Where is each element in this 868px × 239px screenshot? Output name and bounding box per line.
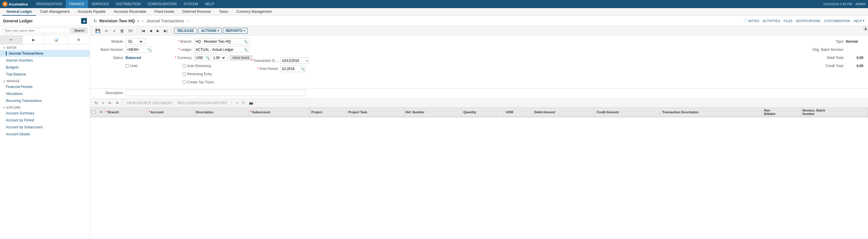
last-button[interactable]: ▶| xyxy=(162,28,169,33)
notifications-action[interactable]: NOTIFICATIONS xyxy=(796,19,820,23)
nav-organization[interactable]: ORGANIZATION xyxy=(33,0,66,8)
sidebar-item-account-details[interactable]: Account Details xyxy=(0,131,90,138)
sidebar-item-account-by-subaccount[interactable]: Account by Subaccount xyxy=(0,124,90,131)
branch-search-icon[interactable]: 🔍 xyxy=(243,40,249,43)
description-input[interactable] xyxy=(126,90,306,96)
currency-field[interactable] xyxy=(194,55,205,61)
reports-dropdown[interactable]: REPORTS ▾ xyxy=(223,28,248,34)
hold-checkbox-input[interactable] xyxy=(126,64,129,68)
sidebar-item-account-summary[interactable]: Account Summary xyxy=(0,110,90,117)
sidebar-item-journal-transactions[interactable]: Journal Transactions xyxy=(0,50,90,57)
subgrid-toolbar: ↻ + ✏ ✕ VIEW SOURCE DOCUMENT RECLASSIFIC… xyxy=(90,99,868,107)
help-action[interactable]: HELP ▾ xyxy=(854,19,865,23)
nav-system[interactable]: SYSTEM xyxy=(180,0,202,8)
sidebar-collapse-button[interactable]: ◀ xyxy=(81,18,87,24)
sidebar-item-account-by-period[interactable]: Account by Period xyxy=(0,117,90,124)
subgrid-camera-button[interactable]: 📷 xyxy=(248,101,254,105)
currency-input[interactable]: 🔍 xyxy=(194,55,209,61)
subgrid-refresh-button[interactable]: ↻ xyxy=(94,100,99,105)
branch-input[interactable]: 🔍 xyxy=(194,38,249,45)
undo-button[interactable]: ↩ xyxy=(103,28,110,34)
save-button[interactable]: 💾 xyxy=(94,28,102,34)
reversing-entry-checkbox[interactable]: Reversing Entry xyxy=(183,72,212,76)
select-all-checkbox[interactable] xyxy=(92,110,95,114)
subnav-accounts-receivable[interactable]: Accounts Receivable xyxy=(110,8,150,16)
post-period-search-icon[interactable]: 🔍 xyxy=(300,67,306,71)
subgrid-add-button[interactable]: + xyxy=(101,100,105,105)
app-logo[interactable]: A Acumatica xyxy=(2,1,28,7)
prev-button[interactable]: ◀ xyxy=(148,28,154,33)
post-period-field[interactable] xyxy=(281,66,300,72)
settings-tool-btn[interactable]: ⚙ xyxy=(68,35,90,44)
add-button[interactable]: + xyxy=(111,28,117,34)
ledger-field[interactable] xyxy=(194,47,243,53)
currency-rate-select[interactable]: 1.00 xyxy=(210,55,228,61)
nav-services[interactable]: SERVICES xyxy=(88,0,113,8)
subnav-general-ledger[interactable]: General Ledger xyxy=(2,8,36,16)
search-button[interactable]: Search xyxy=(71,28,88,33)
col-quantity: Quantity xyxy=(461,107,504,117)
hold-checkbox[interactable]: Hold xyxy=(126,64,137,68)
notes-action[interactable]: 📄 NOTES xyxy=(743,19,759,23)
nav-help[interactable]: HELP xyxy=(202,0,217,8)
subgrid-delete-button[interactable]: ✕ xyxy=(115,100,120,105)
activities-action[interactable]: ACTIVITIES xyxy=(763,19,780,23)
reversing-entry-input[interactable] xyxy=(183,72,186,76)
batch-number-field[interactable] xyxy=(126,47,146,53)
sidebar-item-recurring-transactions[interactable]: Recurring Transactions xyxy=(0,97,90,104)
view-source-document-button[interactable]: VIEW SOURCE DOCUMENT xyxy=(125,101,174,105)
current-user[interactable]: ADMIN xyxy=(856,2,866,6)
nav-configuration[interactable]: CONFIGURATION xyxy=(144,0,180,8)
subnav-currency-management[interactable]: Currency Management xyxy=(232,8,276,16)
reclassification-history-button[interactable]: RECLASSIFICATION HISTORY xyxy=(176,101,229,105)
sidebar-item-financial-periods[interactable]: Financial Periods xyxy=(0,83,90,90)
edit-tool-btn[interactable]: ✏ xyxy=(0,35,23,44)
batch-search-icon[interactable]: 🔍 xyxy=(146,48,153,52)
currency-search-icon[interactable]: 🔍 xyxy=(205,56,211,60)
subnav-deferred-revenue[interactable]: Deferred Revenue xyxy=(179,8,215,16)
module-select-input[interactable]: GL xyxy=(126,39,143,44)
sidebar-item-trial-balance[interactable]: Trial Balance xyxy=(0,71,90,78)
search-input[interactable] xyxy=(2,28,70,33)
create-tax-trans-checkbox[interactable]: Create Tax Trans. xyxy=(183,80,215,84)
first-button[interactable]: |◀ xyxy=(140,28,147,33)
module-select[interactable]: GL xyxy=(126,38,146,45)
sidebar-item-journal-vouchers[interactable]: Journal Vouchers xyxy=(0,57,90,64)
subnav-accounts-payable[interactable]: Accounts Payable xyxy=(73,8,110,16)
subgrid-fit-button[interactable]: ⊣ xyxy=(234,101,239,105)
auto-reversing-input[interactable] xyxy=(183,64,186,68)
next-button[interactable]: ▶ xyxy=(155,28,161,33)
customization-action[interactable]: CUSTOMIZATION xyxy=(824,19,850,23)
files-action[interactable]: FILES xyxy=(783,19,793,23)
ledger-search-icon[interactable]: 🔍 xyxy=(243,48,249,52)
nav-distribution[interactable]: DISTRIBUTION xyxy=(113,0,144,8)
create-tax-trans-input[interactable] xyxy=(183,80,186,84)
subnav-cash-management[interactable]: Cash Management xyxy=(36,8,73,16)
subnav-fixed-assets[interactable]: Fixed Assets xyxy=(151,8,179,16)
transaction-date-input[interactable]: ▾ xyxy=(280,58,309,64)
scroll-up-indicator[interactable]: ▲ xyxy=(863,26,868,31)
delete-button[interactable]: 🗑 xyxy=(118,28,126,34)
copy-button[interactable]: ⎘▾ xyxy=(127,28,134,34)
chart-tool-btn[interactable]: 📊 xyxy=(45,35,68,44)
col-credit-amount: Credit Amount xyxy=(595,107,660,117)
branch-field[interactable] xyxy=(194,39,243,44)
subgrid-edit-button[interactable]: ✏ xyxy=(107,100,113,105)
refresh-button[interactable]: ↻ xyxy=(94,19,97,23)
transaction-date-field[interactable] xyxy=(282,59,305,63)
actions-dropdown[interactable]: ACTIONS ▾ xyxy=(198,28,222,34)
sidebar-item-allocations[interactable]: Allocations xyxy=(0,90,90,97)
batch-number-input[interactable]: 🔍 xyxy=(126,46,152,53)
currency-rate-select-input[interactable]: 1.00 xyxy=(211,55,226,61)
play-tool-btn[interactable]: ▶ xyxy=(23,35,45,44)
subgrid-clipboard-button[interactable]: ☐ xyxy=(241,101,246,105)
sidebar-item-budgets[interactable]: Budgets xyxy=(0,64,90,71)
subnav-taxes[interactable]: Taxes xyxy=(215,8,232,16)
nav-finance[interactable]: FINANCE xyxy=(66,0,88,8)
auto-reversing-checkbox[interactable]: Auto Reversing xyxy=(183,64,211,68)
release-button[interactable]: RELEASE xyxy=(174,28,197,34)
post-period-input[interactable]: 🔍 xyxy=(280,66,305,72)
sidebar-header: General Ledger ◀ xyxy=(0,16,90,26)
favorite-button[interactable]: ☆ xyxy=(186,19,190,23)
ledger-input[interactable]: 🔍 xyxy=(194,46,249,53)
